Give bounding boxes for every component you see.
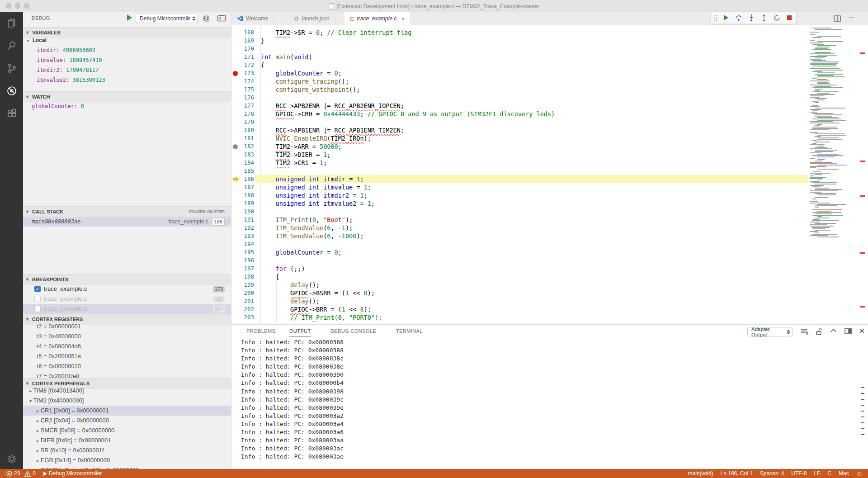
code-line-189[interactable]: 189 unsigned int itmvalue2 = 1; [231,199,868,208]
stop-icon[interactable] [785,14,793,22]
tab-launch-json[interactable]: launch.json [288,12,335,25]
peripheral-row[interactable]: ▸ TIM8 [0x40013400] [23,386,231,396]
breakpoint-gutter[interactable] [233,274,239,279]
code-line-171[interactable]: 171int main(void) [231,53,868,61]
panel-layout-icon[interactable] [844,328,852,334]
breakpoint-gutter[interactable] [233,38,239,43]
more-actions-icon[interactable]: ⋯ [848,13,855,21]
code-line-181[interactable]: 181 NVIC_EnableIRQ(TIM2_IRQn); [231,134,868,142]
register-row[interactable]: r2 = 0x00000001 [23,322,231,331]
breakpoint-gutter[interactable] [233,62,239,68]
code-line-175[interactable]: 175 configure_watchpoint(); [231,85,868,94]
variable-row[interactable]: itmvalue: 1898457419 [23,55,231,65]
breakpoint-gutter[interactable] [233,185,239,190]
watch-row[interactable]: globalCounter: 0 [23,101,231,111]
breakpoint-gutter[interactable] [233,225,239,231]
close-panel-icon[interactable] [859,328,865,334]
current-line-arrow-icon[interactable] [233,176,239,182]
code-line-191[interactable]: 191 ITM_Print(0, "Boot"); [231,216,868,224]
output-channel-dropdown[interactable]: Adapter Output [747,327,793,336]
peripheral-row[interactable]: ▸ CR1 [0x00] = 0x00000001 [23,406,231,416]
breakpoint-gutter[interactable] [233,266,239,271]
restart-icon[interactable] [773,14,781,22]
code-line-196[interactable]: 196 [231,256,868,265]
indentation[interactable]: Spaces: 4 [756,469,788,478]
search-icon[interactable] [0,36,23,56]
code-line-180[interactable]: 180 RCC->APB1ENR |= RCC_APB1ENR_TIM2EN; [231,126,868,134]
code-line-201[interactable]: 201 delay(); [231,297,868,305]
breakpoint-gutter[interactable] [233,160,239,166]
breakpoint-gutter[interactable] [233,201,239,206]
code-line-174[interactable]: 174 configure_tracing(); [231,77,868,85]
breakpoint-gutter[interactable] [233,290,239,296]
breakpoint-row[interactable]: ✓trace_example.c173 [23,284,231,294]
call-stack-section-header[interactable]: ▾ CALL STACK PAUSED ON STEP [23,206,231,217]
configure-gear-icon[interactable] [202,14,210,23]
breakpoint-gutter[interactable] [233,168,239,174]
panel-tab-terminal[interactable]: TERMINAL [396,328,423,334]
code-line-170[interactable]: 170 [231,45,868,53]
tab-welcome[interactable]: Welcome [231,12,274,25]
code-line-192[interactable]: 192 ITM_SendValue(6, -1); [231,224,868,232]
breakpoint-gutter[interactable] [233,111,239,117]
breakpoint-gutter[interactable] [233,193,239,198]
panel-tab-output[interactable]: OUTPUT [289,328,311,336]
breakpoint-gutter[interactable] [233,119,239,125]
debug-config-dropdown[interactable]: Debug Microcontroller [136,14,198,23]
unlock-scroll-icon[interactable] [816,328,822,336]
encoding[interactable]: UTF-8 [788,469,810,478]
symbol-status[interactable]: main(void) [684,469,717,478]
peripheral-row[interactable]: ▸ SMCR [0x08] = 0x00000000 [23,426,231,435]
code-line-177[interactable]: 177 RCC->APB2ENR |= RCC_APB2ENR_IOPCEN; [231,102,868,110]
breakpoint-checkbox[interactable]: ✓ [34,286,41,292]
register-row[interactable]: r4 = 0x080004d6 [23,341,231,351]
peripheral-row[interactable]: ▸ EGR [0x14] = 0x00000000 [23,455,231,465]
code-line-195[interactable]: 195 globalCounter = 0; [231,248,868,256]
panel-tab-problems[interactable]: PROBLEMS [246,328,275,334]
peripheral-row[interactable]: ▸ DIER [0x0c] = 0x00000001 [23,435,231,445]
source-control-icon[interactable] [0,58,23,78]
breakpoint-gutter[interactable] [233,209,239,214]
problems-status[interactable]: 23 0 [0,469,39,478]
breakpoint-gutter[interactable] [233,71,239,76]
breakpoint-gutter[interactable] [233,46,239,52]
breakpoint-gutter[interactable] [233,144,239,149]
disabled-breakpoint-icon[interactable] [233,144,238,149]
language-mode[interactable]: C [824,469,835,478]
breakpoint-gutter[interactable] [233,217,239,222]
code-line-182[interactable]: 182 TIM2->ARR = 50000; [231,142,868,151]
breakpoint-gutter[interactable] [233,136,239,141]
breakpoint-icon[interactable] [233,71,238,76]
breakpoint-gutter[interactable] [233,233,239,239]
code-line-198[interactable]: 198 { [231,273,868,281]
extensions-icon[interactable] [0,104,23,123]
feedback-smiley-icon[interactable]: ☺ [853,469,868,478]
breakpoint-gutter[interactable] [233,95,239,100]
code-view[interactable]: 168 TIM2->SR = 0; // Clear interrupt fla… [231,25,868,324]
code-line-187[interactable]: 187 unsigned int itmvalue = 1; [231,183,868,191]
breakpoint-gutter[interactable] [233,54,239,60]
variables-scope-local[interactable]: ▾ Local [23,35,231,45]
breakpoint-gutter[interactable] [233,298,239,304]
start-debug-button[interactable] [127,14,132,21]
tab-trace-example-c[interactable]: C trace_example.c × [344,12,410,25]
register-row[interactable]: r5 = 0x2000051a [23,351,231,361]
breakpoint-gutter[interactable] [233,128,239,133]
register-row[interactable]: r6 = 0x00000020 [23,361,231,371]
breakpoint-gutter[interactable] [233,79,239,84]
platform-status[interactable]: Mac [835,469,853,478]
cursor-position[interactable]: Ln 186, Col 1 [717,469,756,478]
breakpoint-gutter[interactable] [233,315,239,320]
breakpoint-gutter[interactable] [233,152,239,157]
code-line-173[interactable]: 173 globalCounter = 0; [231,69,868,77]
watch-section-header[interactable]: ▾ WATCH [23,91,231,102]
peripheral-row[interactable]: ▸ CCMR1_Output [0x18] = 0x00000000 [23,465,231,469]
code-line-186[interactable]: 186 unsigned int itmdir = 1; [231,175,868,183]
step-out-icon[interactable] [760,14,768,22]
breakpoint-gutter[interactable] [233,282,239,288]
code-line-203[interactable]: 203 // ITM_Print(0, "PORT0"); [231,313,868,322]
peripheral-row[interactable]: ▸ CR2 [0x04] = 0x00000000 [23,416,231,426]
breakpoint-gutter[interactable] [233,241,239,247]
debug-status[interactable]: Debug Microcontroller [39,469,105,478]
code-line-190[interactable]: 190 [231,208,868,216]
